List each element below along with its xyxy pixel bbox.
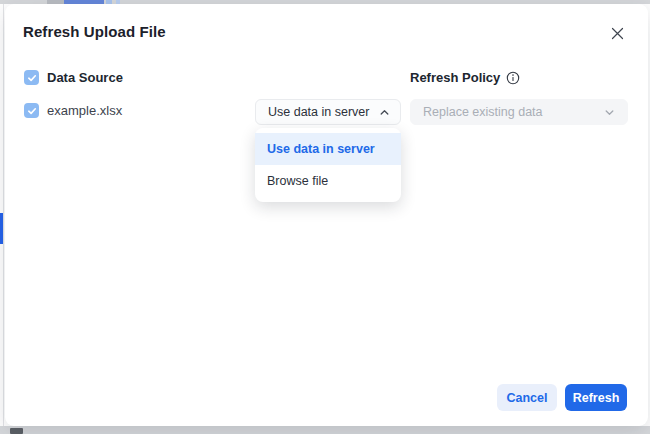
checkmark-icon: [27, 73, 37, 83]
data-source-header: Data Source: [24, 70, 123, 85]
checkmark-icon: [27, 106, 37, 116]
background-bottom-edge: [0, 426, 650, 434]
background-accent-strip: [0, 213, 3, 244]
data-source-checkbox[interactable]: [24, 70, 39, 85]
refresh-policy-header: Refresh Policy: [410, 70, 520, 85]
cancel-button[interactable]: Cancel: [497, 384, 557, 411]
chevron-down-icon: [604, 107, 615, 118]
refresh-upload-dialog: Refresh Upload File Data Source Refresh: [5, 4, 648, 426]
refresh-policy-dropdown-value: Replace existing data: [423, 105, 543, 119]
file-checkbox[interactable]: [24, 103, 39, 118]
close-button[interactable]: [603, 19, 631, 47]
file-action-dropdown-value: Use data in server: [268, 105, 369, 119]
background-bottom-artifact: [10, 428, 23, 434]
dialog-title: Refresh Upload File: [23, 23, 166, 40]
file-name: example.xlsx: [47, 103, 122, 118]
close-icon: [610, 26, 625, 41]
menu-option-use-data-in-server[interactable]: Use data in server: [255, 133, 401, 165]
refresh-policy-label: Refresh Policy: [410, 70, 500, 85]
refresh-policy-dropdown[interactable]: Replace existing data: [410, 99, 628, 125]
data-source-label: Data Source: [47, 70, 123, 85]
file-row: example.xlsx: [24, 103, 122, 118]
file-action-dropdown[interactable]: Use data in server: [255, 99, 401, 125]
chevron-up-icon: [379, 107, 390, 118]
background-left-border: [3, 4, 4, 426]
info-icon[interactable]: [506, 71, 520, 85]
menu-option-browse-file[interactable]: Browse file: [255, 165, 401, 197]
page-background: Refresh Upload File Data Source Refresh: [0, 0, 650, 434]
file-action-menu: Use data in server Browse file: [255, 128, 401, 202]
refresh-button[interactable]: Refresh: [565, 384, 627, 411]
